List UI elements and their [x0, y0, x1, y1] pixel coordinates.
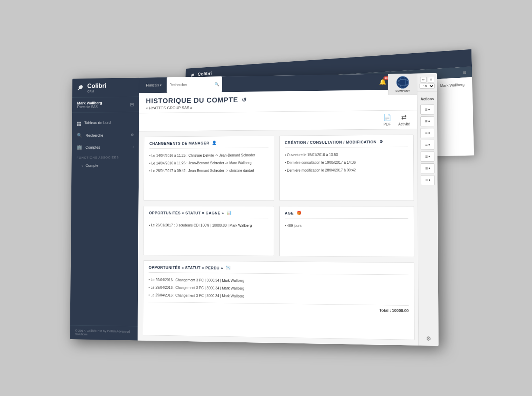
lang-btn-front[interactable]: Français ▾: [146, 83, 162, 87]
action-dot-3: [428, 132, 430, 134]
age-item-1: • 489 jours: [285, 222, 408, 230]
sidebar-item-accounts[interactable]: 🏢 Comptes ›: [72, 141, 139, 153]
creation-item-2: • Dernière consultation le 19/05/2017 à …: [285, 158, 408, 167]
age-title: AGE 🎁: [285, 211, 408, 219]
action-lines-icon-1: ≡: [425, 107, 427, 112]
sidebar-logo-sub: CRM: [87, 89, 106, 93]
gagne-item-1: • Le 26/01/2017 : 3 soudeurs CDI 100% | …: [149, 221, 268, 230]
sidebar-nav: Tableau de bord 🔍 Recherche ⚙ 🏢 Comptes …: [70, 112, 139, 326]
globe-svg: [396, 76, 409, 89]
sidebar-item-dashboard[interactable]: Tableau de bord: [72, 115, 139, 129]
sidebar-logo: Colibri CRM: [72, 78, 139, 98]
opportunites-perdu-title: OPPORTUNITÉS « STATUT = PERDU » 📉: [149, 265, 409, 275]
creation-consultation-content: • Ouverture le 15/01/2016 à 13:53 • Dern…: [285, 151, 408, 175]
right-panel: ✏ ✕ 10 25 50 Actions ≡ ≡ ≡: [417, 73, 439, 346]
action-lines-icon-4: ≡: [425, 142, 427, 147]
age-section: AGE 🎁 • 489 jours: [279, 206, 414, 257]
modification-icon: ⚙: [379, 139, 383, 144]
action-btn-3[interactable]: ≡: [420, 128, 434, 138]
sidebar-user-company: Exemple SAS: [77, 105, 102, 109]
action-lines-icon-5: ≡: [425, 154, 428, 159]
user-name-header-back: Mark Wallberg: [440, 83, 464, 88]
history-icon[interactable]: ↺: [241, 97, 246, 103]
pdf-label: PDF: [384, 122, 391, 126]
main-search-input[interactable]: [169, 82, 213, 87]
sidebar-user-name: Mark Wallberg: [77, 101, 102, 105]
opportunites-perdu-section: OPPORTUNITÉS « STATUT = PERDU » 📉 • Le 2…: [143, 260, 415, 340]
chart-icon: 📊: [227, 211, 232, 215]
page-actions-bar: 📄 PDF ⇄ Activité ↩ Compte: [139, 110, 437, 131]
sidebar-accounts-label: Comptes: [85, 145, 100, 149]
creation-item-3: • Dernière modification le 28/04/2017 à …: [285, 166, 408, 174]
sidebar-item-search[interactable]: 🔍 Recherche ⚙: [72, 129, 139, 141]
sidebar-user-info: Mark Wallberg Exemple SAS ⊟: [72, 97, 139, 112]
activite-action-btn[interactable]: ⇄ Activité: [398, 113, 410, 126]
pdf-icon: 📄: [383, 114, 391, 121]
svg-point-2: [397, 79, 409, 85]
sidebar-sub-compte-label: Compte: [85, 163, 98, 168]
manager-icon: 👤: [212, 141, 217, 145]
sidebar-section-label: FONCTIONS ASSOCIÉES: [72, 153, 139, 161]
grid-icon: [77, 120, 81, 126]
action-dot-4: [428, 144, 430, 145]
search-settings-icon-sidebar[interactable]: ⚙: [131, 133, 134, 137]
company-logo-panel: COMPANY: [388, 74, 417, 95]
action-dot-7: [428, 179, 430, 181]
search-icon: 🔍: [77, 133, 82, 138]
main-content: Français ▾ 🔍 🔔 23 💬 Mark Wallberg: [138, 73, 439, 346]
gift-icon: 🎁: [296, 211, 302, 215]
age-content: • 489 jours: [285, 222, 408, 230]
menu-icon-back[interactable]: ⊟: [463, 70, 466, 74]
chart-perdu-icon: 📉: [226, 266, 231, 270]
activite-label: Activité: [398, 122, 410, 126]
action-btn-2[interactable]: ≡: [420, 116, 434, 127]
action-btn-7[interactable]: ≡: [421, 175, 435, 185]
sidebar: Colibri CRM Mark Wallberg Exemple SAS ⊟ …: [70, 78, 139, 341]
action-dot-6: [428, 168, 430, 169]
manager-item-1: • Le 14/04/2016 à 11:25 : Christine Delv…: [149, 151, 268, 160]
activite-icon: ⇄: [401, 113, 407, 121]
accounts-icon: 🏢: [77, 145, 82, 150]
action-btn-1[interactable]: ≡: [420, 104, 434, 115]
creation-consultation-section: CRÉATION / CONSULTATION / MODIFICATION ⚙…: [279, 135, 414, 201]
action-lines-icon-3: ≡: [425, 130, 427, 135]
changements-manager-content: • Le 14/04/2016 à 11:25 : Christine Delv…: [149, 151, 268, 175]
action-lines-icon-6: ≡: [425, 166, 428, 171]
changements-manager-title: CHANGEMENTS DE MANAGER 👤: [149, 140, 268, 149]
action-btn-5[interactable]: ≡: [421, 151, 435, 162]
opportunites-gagne-content: • Le 26/01/2017 : 3 soudeurs CDI 100% | …: [149, 221, 268, 230]
notification-bell-front[interactable]: 🔔 23: [379, 78, 386, 85]
panel-close-icon[interactable]: ✕: [428, 77, 434, 82]
creation-item-1: • Ouverture le 15/01/2016 à 13:53: [285, 151, 408, 159]
panel-count-select[interactable]: 10 25 50: [420, 83, 435, 89]
action-lines-icon-2: ≡: [425, 119, 427, 124]
action-btn-6[interactable]: ≡: [421, 163, 435, 173]
manager-item-2: • Le 14/04/2016 à 11:26 : Jean-Bernard S…: [149, 159, 268, 167]
action-dot-1: [428, 109, 429, 110]
front-window: Colibri CRM Mark Wallberg Exemple SAS ⊟ …: [70, 73, 439, 346]
sub-item-arrow-icon: ‹: [82, 163, 83, 168]
sidebar-logo-text: Colibri: [87, 82, 106, 89]
sidebar-search-label: Recherche: [85, 133, 103, 137]
colibri-logo-icon: [77, 84, 85, 92]
action-dot-2: [428, 121, 429, 122]
sidebar-sub-item-compte[interactable]: ‹ Compte: [71, 161, 139, 170]
action-btn-4[interactable]: ≡: [421, 140, 435, 150]
opportunites-perdu-content: • Le 29/04/2016 : Changement 3 PC | 3000…: [148, 276, 408, 302]
sidebar-footer: © 2017. ColibriCRM by Colibri Advanced S…: [70, 325, 138, 340]
panel-gear-icon[interactable]: ⚙: [426, 335, 431, 342]
panel-edit-icon[interactable]: ✏: [420, 77, 427, 82]
company-globe: [396, 76, 409, 89]
perdu-total: Total : 10000.00: [148, 302, 409, 313]
company-label: COMPANY: [396, 89, 410, 93]
accounts-arrow-icon: ›: [133, 145, 134, 149]
opportunites-gagne-title: OPPORTUNITÉS « STATUT = GAGNÉ » 📊: [149, 211, 268, 219]
main-search-icon[interactable]: 🔍: [215, 82, 219, 87]
sidebar-dashboard-label: Tableau de bord: [84, 120, 111, 124]
pdf-action-btn[interactable]: 📄 PDF: [383, 114, 391, 127]
opportunites-gagne-section: OPPORTUNITÉS « STATUT = GAGNÉ » 📊 • Le 2…: [143, 206, 274, 256]
sidebar-user-menu-icon[interactable]: ⊟: [130, 102, 134, 107]
action-dot-5: [428, 156, 430, 157]
panel-title: Actions: [420, 95, 434, 103]
action-lines-icon-7: ≡: [425, 178, 428, 183]
